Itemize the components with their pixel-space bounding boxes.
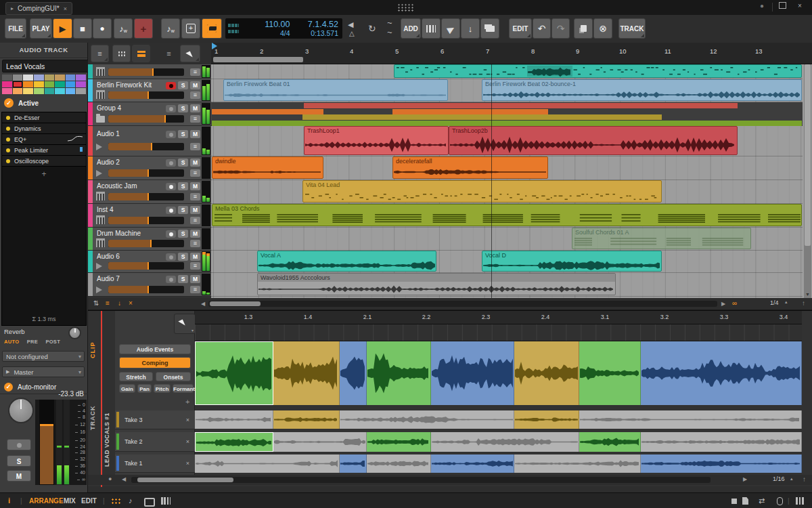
arranger-vertical-scrollbar[interactable]: ▼ xyxy=(804,64,811,298)
volume-fader[interactable] xyxy=(39,400,54,485)
mute-button[interactable]: M xyxy=(190,158,200,167)
track-volume-fader[interactable] xyxy=(108,143,184,150)
color-swatch[interactable] xyxy=(13,75,23,81)
record-arm-button[interactable] xyxy=(166,105,176,112)
scrollbar-thumb[interactable] xyxy=(137,478,233,482)
arranger-lanes[interactable]: Berlin Firework Beat 01 Berlin Firework … xyxy=(211,64,803,298)
fader-menu-button[interactable]: ≡ xyxy=(190,143,200,150)
mute-button[interactable]: M xyxy=(190,130,200,138)
device-item[interactable]: EQ+ xyxy=(2,134,86,145)
take-row[interactable]: Take 3 × xyxy=(115,410,195,429)
delete-button[interactable]: ⊗ xyxy=(593,18,612,39)
tempo-meter-cell[interactable]: 110.00 4/4 xyxy=(246,18,294,39)
track-volume-fader[interactable] xyxy=(108,286,184,293)
gain-button[interactable]: Gain xyxy=(119,384,135,393)
audio-clip[interactable]: TrashLoop1 xyxy=(304,126,449,155)
send-name[interactable]: Reverb xyxy=(4,328,25,335)
take-audio[interactable] xyxy=(367,454,431,473)
color-swatch[interactable] xyxy=(2,81,12,87)
record-arm-button[interactable] xyxy=(166,276,176,283)
mute-button[interactable]: M xyxy=(190,253,200,261)
tab-close-icon[interactable]: × xyxy=(64,5,67,12)
project-tab[interactable]: ▸ CompingGUI* × xyxy=(5,2,72,15)
track-name-field[interactable] xyxy=(2,60,90,72)
import-down-icon[interactable]: ↓ xyxy=(118,299,121,307)
color-swatch[interactable] xyxy=(23,75,33,81)
track-row[interactable]: Acoustic Jam S M ≡ xyxy=(88,180,211,204)
record-arm-button[interactable] xyxy=(166,230,176,238)
device-enabled-icon[interactable] xyxy=(6,159,10,163)
device-enabled-icon[interactable] xyxy=(6,137,10,142)
add-lane-button[interactable]: + xyxy=(185,398,189,406)
audio-clip[interactable]: TrashLoop2b xyxy=(449,126,738,155)
snap-menu-icon[interactable]: ▴ xyxy=(785,299,788,305)
take-audio-selected[interactable] xyxy=(431,454,514,473)
undo-button[interactable]: ↶ xyxy=(533,18,551,39)
audio-events-button[interactable]: Audio Events xyxy=(119,344,191,354)
track-volume-fader[interactable] xyxy=(108,169,184,177)
send-knob[interactable] xyxy=(68,326,81,339)
send-mode-auto[interactable]: AUTO xyxy=(4,339,19,345)
fader-menu-button[interactable]: ≡ xyxy=(190,217,200,224)
clip-list-icon[interactable]: ≡ xyxy=(106,299,110,307)
song-position[interactable]: 7.1.4.52 xyxy=(308,20,338,29)
scroll-right-icon[interactable]: ▶ xyxy=(743,476,747,482)
take-audio-selected[interactable] xyxy=(641,454,802,473)
color-swatch[interactable] xyxy=(34,81,44,87)
clear-icon[interactable]: × xyxy=(129,299,133,307)
color-swatch[interactable] xyxy=(76,81,86,87)
fader-menu-button[interactable]: ≡ xyxy=(190,262,200,270)
color-swatch[interactable] xyxy=(2,75,12,81)
track-row[interactable]: Drum Machine S M ≡ xyxy=(88,228,211,251)
file-panel-icon[interactable] xyxy=(742,497,748,505)
new-clip-button[interactable]: + xyxy=(181,18,200,39)
fader-menu-button[interactable]: ≡ xyxy=(190,286,200,293)
pan-button[interactable]: Pan xyxy=(137,384,152,393)
solo-button[interactable]: S xyxy=(178,206,188,214)
take-audio[interactable] xyxy=(431,432,579,452)
take-row[interactable]: Take 2 × xyxy=(115,432,195,452)
loop-region-bar[interactable] xyxy=(213,57,303,62)
comp-segment-take1[interactable] xyxy=(431,341,514,405)
stretch-button[interactable]: Stretch xyxy=(119,372,153,381)
auto-scroll-icon[interactable]: ⇅ xyxy=(93,299,99,307)
browser-button[interactable] xyxy=(480,18,499,39)
edit-button[interactable]: EDIT xyxy=(509,18,532,39)
track-row[interactable]: Audio 6 S M ≡ xyxy=(88,251,211,273)
view-tab-mix[interactable]: MIX xyxy=(64,497,76,505)
comp-segment-take1[interactable] xyxy=(340,341,367,405)
color-swatch[interactable] xyxy=(34,88,44,94)
redo-button[interactable]: ↷ xyxy=(551,18,570,39)
comp-segment-take2[interactable] xyxy=(579,341,641,405)
metronome-icon[interactable]: △ xyxy=(349,30,355,37)
snap-menu-icon[interactable]: ▴ xyxy=(790,476,793,482)
playhead[interactable] xyxy=(491,64,492,298)
group-folder-icon[interactable] xyxy=(96,116,105,123)
horizontal-scrollbar[interactable] xyxy=(208,301,717,307)
window-restore-icon[interactable] xyxy=(777,2,788,10)
color-swatch[interactable] xyxy=(55,88,65,94)
audio-clip[interactable]: Berlin Firework Beat 01 xyxy=(223,79,448,101)
position-cell[interactable]: 7.1.4.52 0:13.571 xyxy=(294,18,343,39)
solo-button[interactable]: S xyxy=(178,230,188,238)
track-volume-fader[interactable] xyxy=(108,68,184,76)
take-lane-1[interactable] xyxy=(195,454,802,473)
device-item[interactable]: De-Esser xyxy=(2,112,86,123)
touch-icon[interactable] xyxy=(777,497,783,505)
color-swatch[interactable] xyxy=(34,75,44,81)
take-audio-selected[interactable] xyxy=(195,432,273,452)
track-volume-fader[interactable] xyxy=(108,115,184,123)
audio-clip[interactable]: Vocal A xyxy=(257,251,436,272)
dual-display-icon[interactable] xyxy=(111,498,121,505)
color-swatch[interactable] xyxy=(2,88,12,94)
solo-button[interactable]: S xyxy=(7,455,31,467)
midi-clip[interactable]: Mella 03 Chords xyxy=(212,204,802,226)
record-arm-button[interactable] xyxy=(166,82,176,89)
record-arm-button[interactable] xyxy=(166,183,176,190)
audio-clip[interactable]: deceleratefall xyxy=(392,156,548,179)
take-audio[interactable] xyxy=(195,410,273,429)
take-audio-selected[interactable] xyxy=(579,432,641,452)
take-audio[interactable] xyxy=(273,432,367,452)
piano-panel-icon[interactable] xyxy=(796,497,805,505)
track-row[interactable]: Group 4 S M ≡ xyxy=(88,102,211,126)
